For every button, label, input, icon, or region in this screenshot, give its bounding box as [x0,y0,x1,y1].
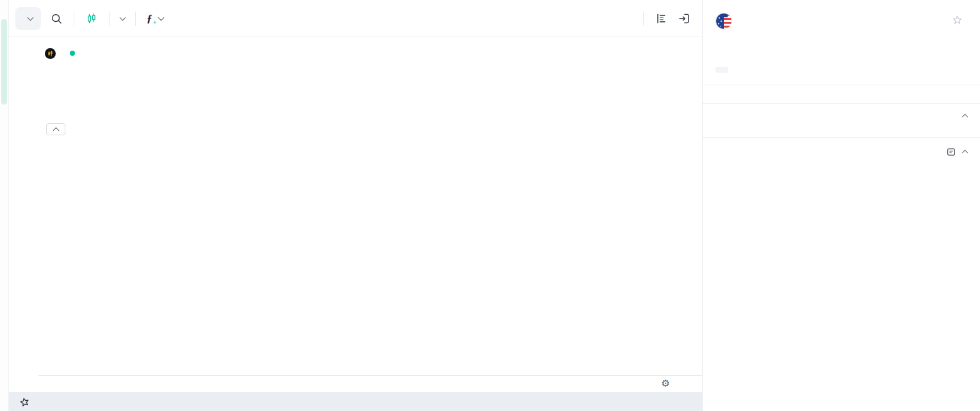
fx-icon: ƒ+ [147,12,152,25]
fastbull-chart-app: ƒ+ [0,0,980,411]
performance-section-header [715,113,967,119]
quote-price-row [715,44,967,56]
favorites-star-icon[interactable] [9,393,40,411]
time-axis[interactable]: ⚙ [38,375,702,392]
audusd-flag-icon [715,13,732,29]
chart-tabs-bar [9,392,702,411]
toolbar-divider [74,12,74,26]
chevron-down-icon [158,14,164,21]
chevron-down-icon [28,14,34,21]
timeframe-more-icon[interactable] [115,7,129,30]
toolbar-divider [109,12,110,26]
favorite-star-icon[interactable] [947,13,967,29]
toolbar-divider [643,12,644,26]
chevron-up-icon[interactable] [962,150,968,156]
quote-header [715,13,967,29]
chart-type-menu[interactable] [15,7,41,30]
object-tree-icon[interactable] [649,7,673,30]
divider [703,85,980,85]
chart-area[interactable]: ⚙ [38,37,702,392]
divider [703,103,980,104]
drawing-tools-rail [9,37,38,392]
chart-workspace: ƒ+ [9,0,702,411]
divider [703,137,980,138]
indicators-button[interactable]: ƒ+ [142,7,168,30]
quote-change [724,44,730,56]
watchlist-strip-highlight [1,19,7,105]
price-chart-canvas[interactable] [38,37,702,375]
search-icon[interactable] [45,7,68,30]
collapsed-watchlist-strip[interactable] [0,0,9,411]
chart-toolbar: ƒ+ [9,0,702,37]
related-section-header [715,147,967,157]
collapse-panel-icon[interactable] [673,7,696,30]
chart-body: ⚙ [9,37,702,392]
collapse-legend-button[interactable] [46,123,65,135]
candlestick-style-icon[interactable] [80,7,103,30]
compare-list-icon[interactable] [946,147,956,157]
chevron-up-icon[interactable] [962,114,968,121]
broker-badge[interactable] [715,67,728,73]
toolbar-divider [135,12,136,26]
quote-panel [702,0,980,411]
axis-settings-gear-icon[interactable]: ⚙ [658,377,674,390]
